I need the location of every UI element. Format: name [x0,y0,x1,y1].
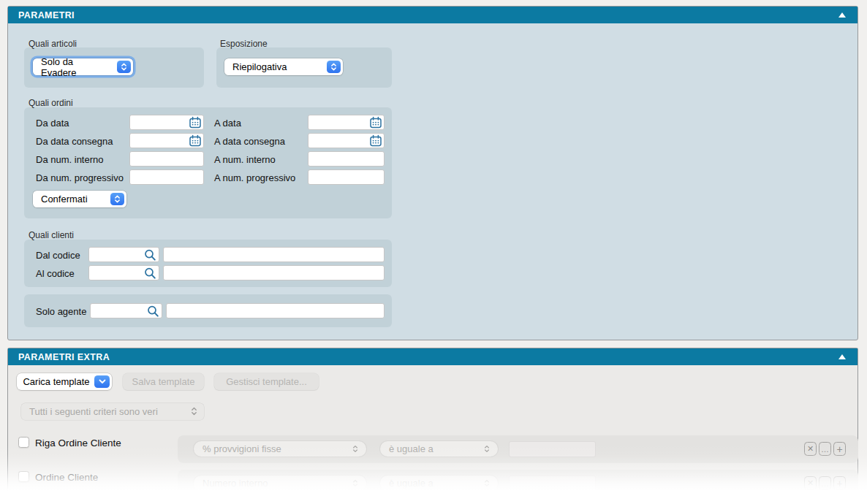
criteria-value-field[interactable] [509,476,596,492]
calendar-icon[interactable] [189,116,202,132]
da-data-input[interactable] [133,116,190,129]
add-criteria-button[interactable]: + [833,442,846,456]
section-heading-quali-ordini: Quali ordini [29,98,73,108]
ellipsis-icon: … [821,479,829,488]
salva-template-button[interactable]: Salva template [123,373,204,390]
gestisci-template-button[interactable]: Gestisci template... [214,373,319,390]
search-icon[interactable] [143,267,157,283]
search-icon[interactable] [146,305,160,321]
solo-agente-field[interactable] [90,303,162,318]
field-label-a-data: A data [214,118,241,129]
chevron-up-down-icon [327,61,341,73]
a-data-input[interactable] [311,116,371,129]
esposizione-selected-value: Riepilogativa [232,61,287,72]
ellipsis-icon: … [821,445,829,454]
al-codice-input[interactable] [92,267,145,279]
ordine-cliente-label: Ordine Cliente [35,472,98,483]
panel-parametri-extra-header[interactable]: PARAMETRI EXTRA [8,348,857,365]
da-data-consegna-input[interactable] [133,134,190,147]
remove-criteria-button[interactable]: ✕ [804,476,817,490]
gestisci-template-label: Gestisci template... [226,376,307,387]
a-data-field[interactable] [308,115,385,130]
dal-codice-name-input[interactable] [167,248,384,261]
quali-articoli-selected-value: Solo da Evadere [41,56,111,78]
field-label-solo-agente: Solo agente [36,306,86,317]
dal-codice-input[interactable] [92,248,145,261]
carica-template-label: Carica template [23,376,89,387]
x-icon: ✕ [807,444,814,454]
solo-agente-name-field[interactable] [166,303,385,318]
da-num-progressivo-input[interactable] [133,171,203,183]
riga-ordine-cliente-label: Riga Ordine Cliente [35,438,121,448]
criteria-field-select[interactable]: % provvigioni fisse [193,440,367,457]
solo-agente-name-input[interactable] [170,305,384,317]
criteria-operator-value: è uguale a [389,478,434,489]
more-options-button[interactable]: … [819,476,831,490]
more-options-button[interactable]: … [819,442,831,456]
stato-ordini-select[interactable]: Confermati [33,191,126,207]
da-num-interno-input[interactable] [133,153,203,165]
calendar-icon[interactable] [369,116,382,132]
field-label-dal-codice: Dal codice [36,250,80,261]
remove-criteria-button[interactable]: ✕ [804,442,817,456]
al-codice-field[interactable] [88,265,159,280]
field-label-a-data-consegna: A data consegna [214,136,285,147]
salva-template-label: Salva template [132,376,195,387]
dal-codice-field[interactable] [88,247,159,262]
da-data-consegna-field[interactable] [129,133,204,148]
criteria-operator-select[interactable]: è uguale a [379,475,499,492]
plus-icon: + [836,443,842,455]
field-label-da-data-consegna: Da data consegna [36,136,113,147]
field-label-da-data: Da data [36,118,69,129]
panel-parametri-extra: PARAMETRI EXTRA Carica template Salva te… [7,348,858,504]
da-data-field[interactable] [129,115,204,130]
criteria-operator-value: è uguale a [389,443,434,454]
carica-template-button[interactable]: Carica template [17,373,112,390]
dal-codice-name-field[interactable] [163,247,385,262]
search-icon[interactable] [143,248,157,265]
da-num-progressivo-field[interactable] [129,169,204,185]
plus-icon: + [836,478,842,489]
stato-ordini-selected-value: Confermati [41,194,88,205]
calendar-icon[interactable] [369,134,382,150]
a-num-interno-input[interactable] [311,153,384,165]
panel-title: PARAMETRI [18,10,75,20]
esposizione-select[interactable]: Riepilogativa [224,58,343,75]
al-codice-name-field[interactable] [163,265,385,280]
report-parameters-window: PARAMETRI Quali articoli Solo da Evadere… [0,0,867,504]
a-data-consegna-input[interactable] [311,134,371,147]
panel-title: PARAMETRI EXTRA [18,352,110,362]
a-num-interno-field[interactable] [308,151,385,167]
da-num-interno-field[interactable] [129,151,204,167]
chevron-up-down-icon [484,478,490,490]
calendar-icon[interactable] [189,134,202,150]
collapse-arrow-icon[interactable] [838,12,846,18]
solo-agente-input[interactable] [94,305,148,317]
criteria-value-field[interactable] [509,441,596,457]
panel-parametri: PARAMETRI Quali articoli Solo da Evadere… [7,6,858,340]
al-codice-name-input[interactable] [167,267,384,279]
criteria-value-input[interactable] [512,443,595,456]
ordine-cliente-checkbox[interactable] [18,471,29,482]
chevron-up-down-icon [117,61,131,73]
field-label-da-num-interno: Da num. interno [36,154,104,165]
panel-parametri-header[interactable]: PARAMETRI [8,7,857,23]
add-criteria-button[interactable]: + [833,476,846,490]
a-data-consegna-field[interactable] [308,133,385,148]
riga-ordine-cliente-checkbox[interactable] [18,437,29,448]
field-label-a-num-progressivo: A num. progressivo [214,172,295,183]
x-icon: ✕ [807,478,814,488]
criteria-match-select[interactable]: Tutti i seguenti criteri sono veri [21,403,204,420]
criteria-match-selected-value: Tutti i seguenti criteri sono veri [29,406,158,417]
criteria-value-input[interactable] [512,477,595,490]
chevron-up-down-icon [110,193,124,205]
a-num-progressivo-field[interactable] [308,169,385,185]
collapse-arrow-icon[interactable] [838,354,846,359]
criteria-row: Numero interno è uguale a ✕ … + [178,470,858,497]
quali-articoli-select[interactable]: Solo da Evadere [33,58,133,75]
criteria-operator-select[interactable]: è uguale a [379,440,499,457]
a-num-progressivo-input[interactable] [311,171,384,183]
section-heading-quali-clienti: Quali clienti [29,230,74,240]
field-label-a-num-interno: A num. interno [214,154,276,165]
criteria-field-select[interactable]: Numero interno [193,475,367,492]
